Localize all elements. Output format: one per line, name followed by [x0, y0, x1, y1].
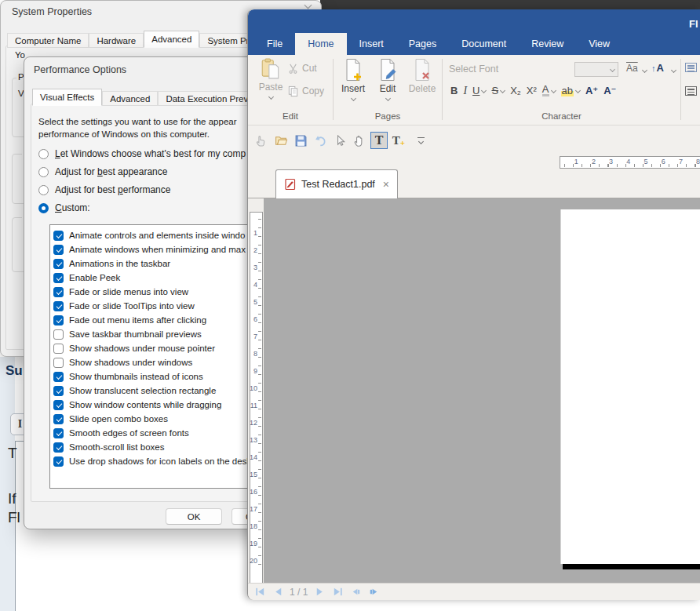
tab-advanced[interactable]: Advanced [102, 91, 158, 106]
ribbon-tab-home[interactable]: Home [295, 33, 346, 55]
checkbox-slide-open-combo-boxes[interactable]: Slide open combo boxes [50, 412, 281, 426]
italic-icon[interactable]: I [463, 85, 467, 96]
checkbox-label: Show shadows under mouse pointer [69, 344, 215, 353]
tab-computer-name[interactable]: Computer Name [7, 33, 89, 48]
checkbox-animate-windows-when-minimizing-and-max[interactable]: Animate windows when minimizing and max [50, 242, 281, 256]
delete-page-button[interactable]: Delete [407, 58, 437, 94]
checkbox-animate-controls-and-elements-inside-windo[interactable]: Animate controls and elements inside win… [50, 228, 281, 242]
checkbox-save-taskbar-thumbnail-previews[interactable]: Save taskbar thumbnail previews [50, 327, 281, 341]
font-size-combobox[interactable] [574, 62, 618, 77]
checkbox-use-drop-shadows-for-icon-labels-on-the-desk[interactable]: Use drop shadows for icon labels on the … [50, 454, 281, 468]
ok-button[interactable]: OK [166, 508, 222, 525]
view-back-icon[interactable] [349, 586, 362, 598]
text-tool-icon[interactable]: T [370, 132, 388, 149]
document-canvas[interactable] [264, 198, 700, 583]
status-bar: 1 / 1 [248, 583, 700, 600]
insert-page-button[interactable]: Insert [338, 58, 368, 100]
radio-adjust-for-best-performance[interactable]: Adjust for best performance [38, 182, 246, 198]
chevron-down-icon[interactable] [304, 2, 312, 9]
document-tab[interactable]: Test Redact1.pdf × [275, 169, 398, 198]
first-page-icon[interactable] [253, 586, 266, 598]
next-page-icon[interactable] [313, 586, 326, 598]
text-add-icon[interactable]: T+ [390, 132, 407, 149]
list-icon[interactable] [685, 63, 697, 72]
checkbox-label: Slide open combo boxes [69, 414, 168, 424]
underline-icon[interactable]: U [472, 85, 486, 96]
character-group: Select Font Aa ↑A BIUSX₂X²AabA⁺A⁻ Charac… [443, 55, 680, 125]
align-text-icon[interactable] [685, 86, 697, 96]
hand-icon[interactable] [351, 132, 368, 149]
checkbox-show-translucent-selection-rectangle[interactable]: Show translucent selection rectangle [50, 384, 281, 398]
pointer-icon[interactable] [331, 132, 348, 149]
ribbon-tab-file[interactable]: File [254, 33, 295, 55]
undo-icon[interactable] [312, 132, 329, 149]
text-direction-icon[interactable]: ↑A [651, 62, 664, 74]
dialog-title: Performance Options [34, 64, 126, 75]
tab-hardware[interactable]: Hardware [89, 33, 144, 48]
system-properties-tab-strip: Computer NameHardwareAdvancedSystem Prot… [7, 31, 289, 48]
checkbox-show-shadows-under-windows[interactable]: Show shadows under windows [50, 355, 281, 369]
pan-finger-icon[interactable] [253, 132, 270, 149]
checkbox-icon [53, 259, 64, 269]
ruler-number: 10 [250, 385, 257, 392]
ribbon-tab-pages[interactable]: Pages [396, 33, 449, 55]
edit-group-label: Edit [248, 111, 333, 121]
edit-page-button[interactable]: Edit [373, 58, 403, 100]
superscript-icon[interactable]: X² [527, 85, 537, 96]
ribbon-tab-insert[interactable]: Insert [347, 33, 396, 55]
ruler-number: 3 [253, 264, 257, 271]
checkbox-label: Show translucent selection rectangle [69, 386, 216, 395]
pdf-page[interactable] [560, 209, 700, 564]
prev-page-icon[interactable] [272, 586, 284, 598]
window-title: System Properties [12, 6, 92, 17]
bold-icon[interactable]: B [450, 85, 458, 96]
ribbon-tab-document[interactable]: Document [449, 33, 519, 55]
highlight-icon[interactable]: ab [561, 85, 580, 96]
grow-icon[interactable]: A⁺ [585, 85, 598, 96]
cut-copy-column: Cut Copy [287, 61, 324, 107]
radio-label: Custom: [55, 202, 90, 213]
delete-page-icon [412, 58, 432, 82]
window-title-fragment: Fl [689, 18, 698, 30]
checkbox-fade-or-slide-tooltips-into-view[interactable]: Fade or slide ToolTips into view [50, 299, 281, 313]
insert-page-icon [343, 58, 363, 82]
open-folder-icon[interactable] [272, 132, 290, 149]
vertical-ruler: 1234567891011121314151617181920 [250, 212, 263, 590]
char-spacing-icon[interactable]: Aa [626, 63, 638, 74]
close-tab-icon[interactable]: × [383, 178, 389, 191]
last-page-icon[interactable] [331, 586, 344, 598]
checkbox-enable-peek[interactable]: Enable Peek [50, 271, 281, 285]
font-color-icon[interactable]: A [542, 85, 556, 96]
radio-custom[interactable]: Custom: [38, 200, 246, 216]
ruler-number: 13 [250, 437, 257, 444]
checkbox-smooth-edges-of-screen-fonts[interactable]: Smooth edges of screen fonts [50, 426, 281, 440]
save-icon[interactable] [292, 132, 309, 149]
checkbox-fade-out-menu-items-after-clicking[interactable]: Fade out menu items after clicking [50, 313, 281, 327]
radio-adjust-for-best-appearance[interactable]: Adjust for best appearance [38, 164, 246, 180]
toolbar-overflow-icon[interactable] [410, 132, 427, 149]
radio-let-windows-choose-what-s-best-for-my-comp[interactable]: Let Windows choose what's best for my co… [38, 146, 246, 162]
checkbox-animations-in-the-taskbar[interactable]: Animations in the taskbar [50, 256, 281, 271]
checkbox-icon [53, 428, 64, 438]
subscript-icon[interactable]: X₂ [510, 85, 521, 96]
cut-button[interactable]: Cut [287, 61, 324, 75]
checkbox-label: Smooth edges of screen fonts [69, 428, 189, 438]
tab-visual-effects[interactable]: Visual Effects [32, 89, 102, 106]
ribbon-tab-view[interactable]: View [576, 33, 622, 55]
checkbox-show-shadows-under-mouse-pointer[interactable]: Show shadows under mouse pointer [50, 341, 281, 355]
checkbox-smooth-scroll-list-boxes[interactable]: Smooth-scroll list boxes [50, 440, 281, 454]
copy-button[interactable]: Copy [287, 84, 324, 98]
tab-advanced[interactable]: Advanced [144, 31, 199, 48]
shrink-icon[interactable]: A⁻ [603, 85, 616, 96]
checkbox-show-window-contents-while-dragging[interactable]: Show window contents while dragging [50, 398, 281, 412]
strike-icon[interactable]: S [491, 85, 505, 96]
view-forward-icon[interactable] [367, 586, 380, 598]
checkbox-show-thumbnails-instead-of-icons[interactable]: Show thumbnails instead of icons [50, 369, 281, 384]
checkbox-label: Enable Peek [69, 273, 120, 282]
horizontal-ruler: 12345678 [560, 156, 700, 169]
paste-button[interactable]: Paste [256, 58, 286, 99]
checkbox-fade-or-slide-menus-into-view[interactable]: Fade or slide menus into view [50, 285, 281, 299]
ribbon-tab-review[interactable]: Review [519, 33, 576, 55]
checkbox-label: Use drop shadows for icon labels on the … [69, 456, 251, 466]
chevron-down-icon [350, 96, 355, 101]
